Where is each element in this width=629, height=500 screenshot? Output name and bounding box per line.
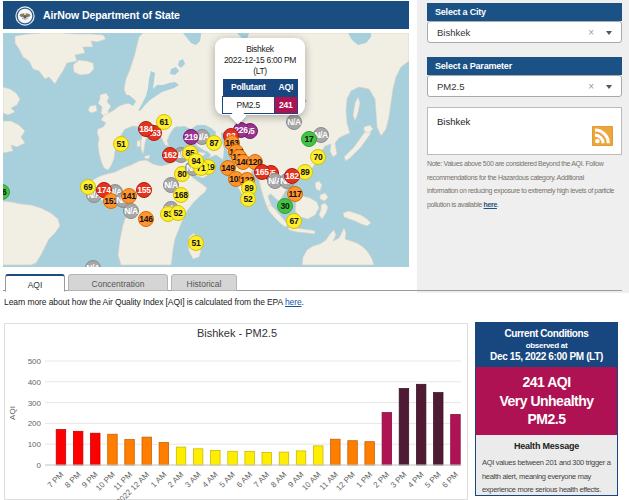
- svg-text:Bishkek - PM2.5: Bishkek - PM2.5: [197, 327, 277, 339]
- svg-text:6 PM: 6 PM: [440, 470, 460, 490]
- svg-text:2 PM: 2 PM: [372, 470, 392, 490]
- svg-text:7 AM: 7 AM: [252, 470, 271, 489]
- svg-text:6 AM: 6 AM: [235, 470, 254, 489]
- svg-text:0: 0: [37, 461, 42, 470]
- svg-text:400: 400: [28, 378, 42, 387]
- svg-text:7 PM: 7 PM: [46, 470, 66, 490]
- svg-text:4 AM: 4 AM: [200, 470, 219, 489]
- svg-text:AQI: AQI: [8, 406, 17, 420]
- svg-text:12 PM: 12 PM: [334, 470, 357, 493]
- svg-text:10 AM: 10 AM: [300, 470, 323, 493]
- svg-text:4 PM: 4 PM: [406, 470, 426, 490]
- svg-text:5 PM: 5 PM: [423, 470, 443, 490]
- svg-text:10 PM: 10 PM: [94, 470, 117, 493]
- svg-text:8 PM: 8 PM: [63, 470, 83, 490]
- svg-text:1 AM: 1 AM: [149, 470, 168, 489]
- svg-text:3 PM: 3 PM: [389, 470, 409, 490]
- svg-text:1 PM: 1 PM: [355, 470, 375, 490]
- svg-text:300: 300: [28, 399, 42, 408]
- svg-text:3 AM: 3 AM: [183, 470, 202, 489]
- svg-text:200: 200: [28, 419, 42, 428]
- svg-text:100: 100: [28, 440, 42, 449]
- svg-text:5 AM: 5 AM: [218, 470, 237, 489]
- svg-text:2 AM: 2 AM: [166, 470, 185, 489]
- svg-text:8 AM: 8 AM: [269, 470, 288, 489]
- svg-text:500: 500: [28, 357, 42, 366]
